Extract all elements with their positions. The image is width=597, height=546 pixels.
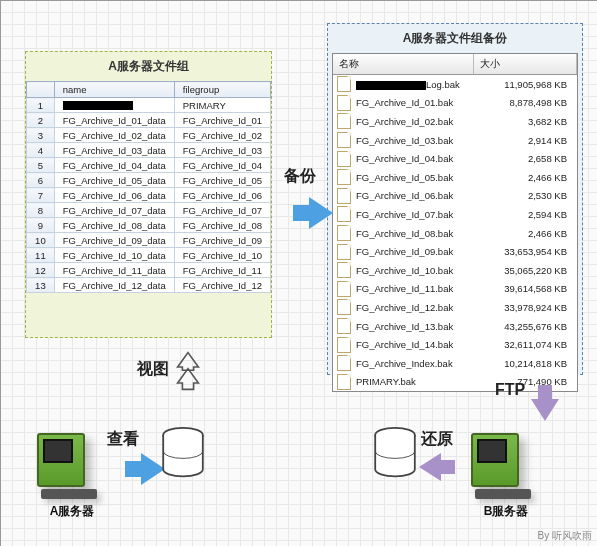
file-name: FG_Archive_Id_06.bak [356,190,477,201]
cell-name: FG_Archive_Id_10_data [54,248,174,263]
row-number: 5 [27,158,55,173]
file-size: 2,466 KB [477,172,573,183]
file-icon [337,374,351,390]
backup-file-list: 名称 大小 Log.bak11,905,968 KBFG_Archive_Id_… [332,53,578,392]
cell-name [54,98,174,113]
table-row: 7FG_Archive_Id_06_dataFG_Archive_Id_06 [27,188,271,203]
file-name: FG_Archive_Id_01.bak [356,97,477,108]
file-name: FG_Archive_Id_05.bak [356,172,477,183]
server-icon [471,433,519,487]
list-item: FG_Archive_Id_04.bak2,658 KB [333,149,577,168]
cell-name: FG_Archive_Id_07_data [54,203,174,218]
arrow-restore-left [419,453,441,481]
file-name: FG_Archive_Id_07.bak [356,209,477,220]
file-icon [337,299,351,315]
file-name: PRIMARY.bak [356,376,477,387]
table-row: 1PRIMARY [27,98,271,113]
cell-name: FG_Archive_Id_03_data [54,143,174,158]
file-icon [337,132,351,148]
list-item: FG_Archive_Index.bak10,214,818 KB [333,354,577,373]
list-item: FG_Archive_Id_14.bak32,611,074 KB [333,335,577,354]
col-filename: 名称 [333,54,474,74]
file-icon [337,225,351,241]
col-filesize: 大小 [474,54,577,74]
file-icon [337,113,351,129]
file-size: 32,611,074 KB [477,339,573,350]
file-icon [337,95,351,111]
db-cylinder-a [159,426,207,480]
list-item: FG_Archive_Id_11.bak39,614,568 KB [333,280,577,299]
file-name: Log.bak [356,79,477,90]
arrow-backup-right [309,197,333,229]
file-size: 39,614,568 KB [477,283,573,294]
col-blank [27,82,55,98]
cell-name: FG_Archive_Id_04_data [54,158,174,173]
row-number: 12 [27,263,55,278]
arrow-ftp-down [531,399,559,421]
col-filegroup: filegroup [174,82,270,98]
row-number: 13 [27,278,55,293]
server-a: A服务器 [37,433,107,520]
cell-filegroup: FG_Archive_Id_06 [174,188,270,203]
cell-name: FG_Archive_Id_09_data [54,233,174,248]
list-item: FG_Archive_Id_03.bak2,914 KB [333,131,577,150]
cell-filegroup: PRIMARY [174,98,270,113]
file-size: 2,658 KB [477,153,573,164]
cell-filegroup: FG_Archive_Id_12 [174,278,270,293]
file-icon [337,151,351,167]
file-icon [337,188,351,204]
file-name: FG_Archive_Id_03.bak [356,135,477,146]
list-item: FG_Archive_Id_01.bak8,878,498 KB [333,94,577,113]
file-name: FG_Archive_Id_09.bak [356,246,477,257]
db-cylinder-b [371,426,419,480]
cell-filegroup: FG_Archive_Id_04 [174,158,270,173]
cell-filegroup: FG_Archive_Id_01 [174,113,270,128]
row-number: 1 [27,98,55,113]
file-size: 8,878,498 KB [477,97,573,108]
cell-filegroup: FG_Archive_Id_09 [174,233,270,248]
list-item: FG_Archive_Id_05.bak2,466 KB [333,168,577,187]
panel-b-title: A服务器文件组备份 [328,24,582,53]
file-size: 11,905,968 KB [477,79,573,90]
file-size: 3,682 KB [477,116,573,127]
file-size: 43,255,676 KB [477,321,573,332]
credit-text: By 听风吹雨 [538,529,592,543]
file-name: FG_Archive_Id_08.bak [356,228,477,239]
col-name: name [54,82,174,98]
table-row: 11FG_Archive_Id_10_dataFG_Archive_Id_10 [27,248,271,263]
cell-name: FG_Archive_Id_02_data [54,128,174,143]
list-item: FG_Archive_Id_12.bak33,978,924 KB [333,298,577,317]
file-size: 35,065,220 KB [477,265,573,276]
table-row: 2FG_Archive_Id_01_dataFG_Archive_Id_01 [27,113,271,128]
row-number: 10 [27,233,55,248]
cell-name: FG_Archive_Id_08_data [54,218,174,233]
table-row: 4FG_Archive_Id_03_dataFG_Archive_Id_03 [27,143,271,158]
file-name: FG_Archive_Index.bak [356,358,477,369]
cell-name: FG_Archive_Id_12_data [54,278,174,293]
cell-name: FG_Archive_Id_01_data [54,113,174,128]
file-icon [337,169,351,185]
file-size: 33,978,924 KB [477,302,573,313]
file-icon [337,337,351,353]
cell-filegroup: FG_Archive_Id_11 [174,263,270,278]
file-icon [337,355,351,371]
cell-filegroup: FG_Archive_Id_05 [174,173,270,188]
cell-name: FG_Archive_Id_11_data [54,263,174,278]
list-item: FG_Archive_Id_06.bak2,530 KB [333,187,577,206]
file-name: FG_Archive_Id_13.bak [356,321,477,332]
cell-name: FG_Archive_Id_06_data [54,188,174,203]
row-number: 11 [27,248,55,263]
row-number: 9 [27,218,55,233]
label-view: 视图 [137,359,169,380]
file-size: 2,530 KB [477,190,573,201]
row-number: 3 [27,128,55,143]
file-name: FG_Archive_Id_12.bak [356,302,477,313]
table-row: 6FG_Archive_Id_05_dataFG_Archive_Id_05 [27,173,271,188]
table-row: 9FG_Archive_Id_08_dataFG_Archive_Id_08 [27,218,271,233]
table-row: 13FG_Archive_Id_12_dataFG_Archive_Id_12 [27,278,271,293]
file-size: 2,466 KB [477,228,573,239]
arrow-view-up [173,351,203,391]
label-look: 查看 [107,429,139,450]
redacted-text [63,101,133,110]
label-ftp: FTP [495,381,525,399]
